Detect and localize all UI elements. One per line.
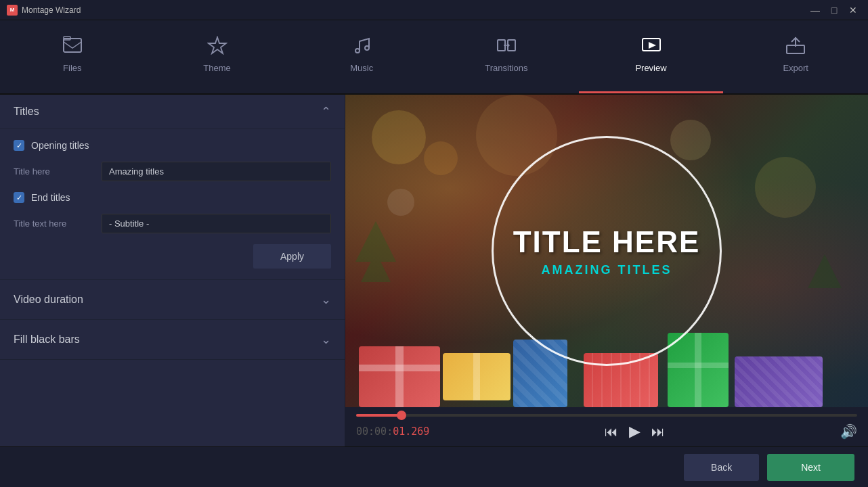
christmas-scene: TITLE HERE AMAZING TITLES: [345, 95, 868, 407]
svg-marker-10: [649, 42, 656, 49]
play-button[interactable]: ▶: [629, 424, 641, 439]
nav-label-preview: Preview: [635, 63, 666, 73]
title-text-here-label: Title text here: [14, 218, 102, 229]
opening-titles-label: Opening titles: [31, 140, 89, 151]
titles-section-header[interactable]: Titles ⌃: [0, 95, 345, 129]
apply-button[interactable]: Apply: [253, 244, 331, 269]
skip-forward-button[interactable]: ⏭: [651, 425, 665, 438]
title-here-row: Title here: [14, 162, 331, 181]
title-text-here-input[interactable]: [102, 214, 331, 233]
nav-item-preview[interactable]: Preview: [579, 20, 724, 93]
end-titles-label: End titles: [31, 192, 70, 203]
left-panel: Titles ⌃ ✓ Opening titles Title here ✓ E…: [0, 95, 345, 446]
files-icon: [62, 36, 83, 57]
title-bar: M Montage Wizard — □ ✕: [0, 0, 868, 20]
right-panel: TITLE HERE AMAZING TITLES 00:00:01.269 ⏮…: [345, 95, 868, 446]
video-duration-expand-icon: ⌄: [321, 292, 331, 307]
svg-rect-0: [64, 39, 81, 52]
progress-thumb[interactable]: [397, 411, 406, 420]
minimize-button[interactable]: —: [807, 3, 823, 17]
main-layout: Titles ⌃ ✓ Opening titles Title here ✓ E…: [0, 95, 868, 446]
preview-icon: [641, 36, 661, 57]
fill-black-bars-section-header[interactable]: Fill black bars ⌄: [0, 320, 345, 360]
app-title: Montage Wizard: [22, 5, 81, 15]
svg-marker-3: [209, 37, 226, 53]
nav-item-files[interactable]: Files: [0, 20, 145, 93]
video-duration-section-header[interactable]: Video duration ⌄: [0, 279, 345, 320]
video-duration-title: Video duration: [14, 294, 83, 306]
close-button[interactable]: ✕: [845, 3, 861, 17]
nav-label-export: Export: [783, 63, 808, 73]
back-button[interactable]: Back: [684, 454, 759, 481]
export-icon: [785, 36, 806, 57]
next-button[interactable]: Next: [767, 454, 854, 481]
music-icon: [351, 36, 372, 57]
titles-section-title: Titles: [14, 106, 39, 118]
nav-label-music: Music: [350, 63, 373, 73]
progress-track[interactable]: [356, 414, 857, 417]
svg-point-5: [365, 46, 369, 50]
preview-subtitle-text: AMAZING TITLES: [542, 263, 672, 277]
nav-label-transitions: Transitions: [485, 63, 527, 73]
maximize-button[interactable]: □: [826, 3, 842, 17]
title-here-input[interactable]: [102, 162, 331, 181]
nav-label-theme: Theme: [203, 63, 230, 73]
nav-item-export[interactable]: Export: [723, 20, 868, 93]
time-highlight: 01.269: [393, 425, 429, 438]
bottom-bar: Back Next: [0, 446, 868, 487]
app-icon: M: [7, 5, 18, 16]
title-bar-left: M Montage Wizard: [7, 5, 81, 16]
titles-content: ✓ Opening titles Title here ✓ End titles…: [0, 129, 345, 279]
fill-black-bars-title: Fill black bars: [14, 333, 80, 346]
player-controls: 00:00:01.269 ⏮ ▶ ⏭ 🔊: [345, 421, 868, 446]
end-titles-checkbox[interactable]: ✓: [14, 192, 24, 203]
nav-label-files: Files: [63, 63, 81, 73]
progress-fill: [356, 414, 402, 417]
title-circle-overlay: TITLE HERE AMAZING TITLES: [492, 136, 722, 366]
nav-item-theme[interactable]: Theme: [145, 20, 290, 93]
end-titles-row[interactable]: ✓ End titles: [14, 192, 331, 203]
theme-icon: [207, 36, 227, 57]
svg-point-4: [355, 49, 360, 53]
nav-item-music[interactable]: Music: [289, 20, 434, 93]
title-bar-controls: — □ ✕: [807, 3, 861, 17]
opening-titles-checkbox[interactable]: ✓: [14, 140, 24, 151]
titles-collapse-icon: ⌃: [321, 104, 331, 119]
title-text-here-row: Title text here: [14, 214, 331, 233]
nav-item-transitions[interactable]: Transitions: [434, 20, 579, 93]
fill-black-bars-expand-icon: ⌄: [321, 332, 331, 347]
volume-icon[interactable]: 🔊: [840, 423, 857, 440]
preview-title-text: TITLE HERE: [513, 225, 701, 259]
opening-titles-row[interactable]: ✓ Opening titles: [14, 140, 331, 151]
progress-bar-area: [345, 407, 868, 421]
transitions-icon: [496, 36, 517, 57]
playback-controls: ⏮ ▶ ⏭: [605, 424, 665, 439]
time-display: 00:00:01.269: [356, 425, 429, 438]
top-nav: Files Theme Music Transiti: [0, 20, 868, 95]
time-prefix: 00:00:: [356, 425, 393, 438]
title-here-label: Title here: [14, 166, 102, 177]
preview-area: TITLE HERE AMAZING TITLES: [345, 95, 868, 407]
skip-back-button[interactable]: ⏮: [605, 425, 618, 438]
